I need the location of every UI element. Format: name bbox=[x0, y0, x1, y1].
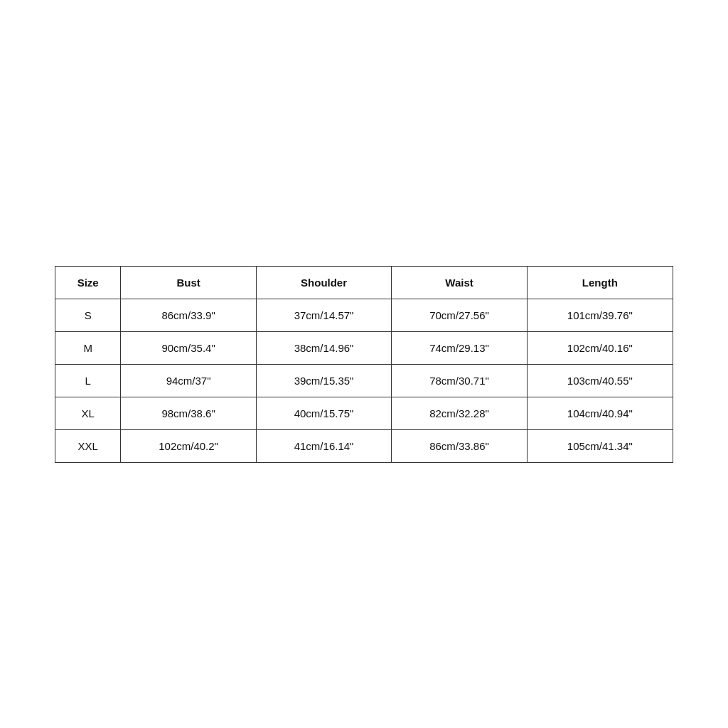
cell-bust: 102cm/40.2" bbox=[121, 429, 256, 462]
cell-length: 103cm/40.55" bbox=[527, 364, 673, 397]
table-row: S86cm/33.9"37cm/14.57"70cm/27.56"101cm/3… bbox=[55, 299, 673, 331]
size-chart-table: Size Bust Shoulder Waist Length S86cm/33… bbox=[55, 267, 673, 462]
cell-waist: 86cm/33.86" bbox=[392, 429, 527, 462]
cell-shoulder: 37cm/14.57" bbox=[256, 299, 391, 331]
cell-shoulder: 41cm/16.14" bbox=[256, 429, 391, 462]
table-row: XL98cm/38.6"40cm/15.75"82cm/32.28"104cm/… bbox=[55, 397, 673, 429]
cell-length: 104cm/40.94" bbox=[527, 397, 673, 429]
cell-waist: 82cm/32.28" bbox=[392, 397, 527, 429]
cell-size: XL bbox=[55, 397, 121, 429]
cell-length: 101cm/39.76" bbox=[527, 299, 673, 331]
cell-bust: 98cm/38.6" bbox=[121, 397, 256, 429]
cell-size: L bbox=[55, 364, 121, 397]
header-waist: Waist bbox=[392, 267, 527, 299]
header-length: Length bbox=[527, 267, 673, 299]
table-row: XXL102cm/40.2"41cm/16.14"86cm/33.86"105c… bbox=[55, 429, 673, 462]
cell-waist: 78cm/30.71" bbox=[392, 364, 527, 397]
header-bust: Bust bbox=[121, 267, 256, 299]
cell-bust: 90cm/35.4" bbox=[121, 331, 256, 364]
cell-waist: 70cm/27.56" bbox=[392, 299, 527, 331]
cell-waist: 74cm/29.13" bbox=[392, 331, 527, 364]
cell-length: 105cm/41.34" bbox=[527, 429, 673, 462]
cell-bust: 86cm/33.9" bbox=[121, 299, 256, 331]
table-row: M90cm/35.4"38cm/14.96"74cm/29.13"102cm/4… bbox=[55, 331, 673, 364]
header-size: Size bbox=[55, 267, 121, 299]
size-chart-container: Size Bust Shoulder Waist Length S86cm/33… bbox=[55, 266, 673, 463]
table-row: L94cm/37"39cm/15.35"78cm/30.71"103cm/40.… bbox=[55, 364, 673, 397]
cell-size: M bbox=[55, 331, 121, 364]
header-shoulder: Shoulder bbox=[256, 267, 391, 299]
cell-shoulder: 40cm/15.75" bbox=[256, 397, 391, 429]
cell-size: S bbox=[55, 299, 121, 331]
cell-size: XXL bbox=[55, 429, 121, 462]
table-header-row: Size Bust Shoulder Waist Length bbox=[55, 267, 673, 299]
cell-bust: 94cm/37" bbox=[121, 364, 256, 397]
cell-length: 102cm/40.16" bbox=[527, 331, 673, 364]
cell-shoulder: 38cm/14.96" bbox=[256, 331, 391, 364]
cell-shoulder: 39cm/15.35" bbox=[256, 364, 391, 397]
